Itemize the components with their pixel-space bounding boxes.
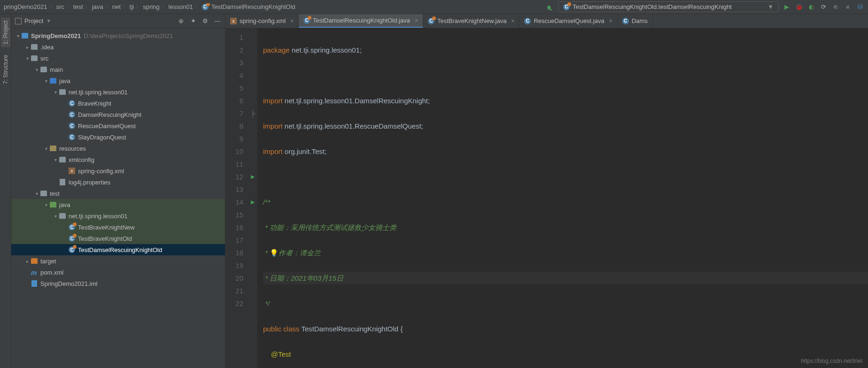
crumb[interactable]: src bbox=[56, 3, 64, 10]
class-icon: C bbox=[622, 18, 629, 24]
code-editor[interactable]: 12345678910111213141516171819202122 ╞ ▶ … bbox=[225, 28, 868, 368]
editor-tab[interactable]: CDams bbox=[618, 14, 653, 28]
editor-tabs: xspring-config.xml× CTestDamselRescuingK… bbox=[225, 14, 868, 28]
tree-testclass[interactable]: CTestBraveKnightNew bbox=[11, 222, 225, 233]
tree-test[interactable]: ▾test bbox=[11, 188, 225, 199]
close-icon[interactable]: × bbox=[290, 18, 294, 24]
tree-iml[interactable]: SpringDemo2021.iml bbox=[11, 278, 225, 289]
tree-testclass-selected[interactable]: CTestDamselRescuingKnightOld bbox=[11, 244, 225, 255]
class-icon: C bbox=[303, 17, 310, 24]
tree-log4j[interactable]: log4j.properties bbox=[11, 176, 225, 188]
build-icon[interactable] bbox=[546, 3, 554, 11]
top-bar: pringDemo2021〉 src〉 test〉 java〉 net〉 tji… bbox=[0, 0, 868, 14]
tree-class[interactable]: CSlayDragonQuest bbox=[11, 131, 225, 143]
close-icon[interactable]: × bbox=[511, 18, 514, 24]
class-icon: C bbox=[428, 18, 434, 24]
class-icon: C bbox=[202, 4, 209, 10]
crumb[interactable]: net bbox=[112, 3, 121, 10]
project-tool-tab[interactable]: 1: Project bbox=[1, 18, 10, 47]
editor-tab[interactable]: xspring-config.xml× bbox=[225, 14, 299, 28]
structure-tool-tab[interactable]: 7: Structure bbox=[1, 52, 10, 87]
code-content[interactable]: package net.tji.spring.lesson01; import … bbox=[257, 28, 868, 368]
run-config-label: TestDamselRescuingKnightOld.testDamselRe… bbox=[573, 3, 732, 10]
vcs-icon[interactable]: ⛁ bbox=[856, 3, 864, 11]
tree-src[interactable]: ▾src bbox=[11, 53, 225, 64]
editor-tab[interactable]: CRescueDamselQuest.java× bbox=[519, 14, 617, 28]
crumb[interactable]: pringDemo2021 bbox=[4, 3, 47, 10]
tool-window-stripe: 1: Project 7: Structure bbox=[0, 14, 11, 368]
profile-icon[interactable]: ⟳ bbox=[819, 3, 828, 11]
tree-idea[interactable]: ▸.idea bbox=[11, 41, 225, 53]
crumb[interactable]: lesson01 bbox=[169, 3, 193, 10]
tree-main[interactable]: ▾main bbox=[11, 64, 225, 75]
tree-pkg-main[interactable]: ▾net.tjl.spring.lesson01 bbox=[11, 86, 225, 98]
crumb[interactable]: java bbox=[92, 3, 103, 10]
crumb[interactable]: TestDamselRescuingKnightOld bbox=[211, 3, 295, 10]
line-numbers: 12345678910111213141516171819202122 bbox=[225, 28, 248, 368]
tree-root[interactable]: ▾SpringDemo2021D:\deaProjects\SpringDemo… bbox=[11, 30, 225, 41]
run-config-selector[interactable]: C TestDamselRescuingKnightOld.testDamsel… bbox=[558, 1, 779, 12]
bulb-icon[interactable]: 💡 bbox=[270, 249, 279, 257]
editor-tab[interactable]: CTestBraveKnightNew.java× bbox=[423, 14, 519, 28]
tree-xmlconfig[interactable]: ▾xmlconfig bbox=[11, 154, 225, 165]
tree-class[interactable]: CBraveKnight bbox=[11, 98, 225, 109]
editor-gutter: ╞ ▶ ▶ bbox=[248, 28, 257, 368]
crumb[interactable]: tji bbox=[130, 3, 134, 10]
chevron-down-icon: ▼ bbox=[767, 3, 774, 10]
tree-target[interactable]: ▸target bbox=[11, 255, 225, 267]
project-panel: Project ▼ ⊕ ✦ ⚙ — ▾SpringDemo2021D:\deaP… bbox=[11, 14, 225, 368]
run-config-icon: C bbox=[563, 4, 570, 10]
class-icon: C bbox=[524, 18, 531, 24]
close-icon[interactable]: × bbox=[415, 17, 418, 24]
project-panel-title[interactable]: Project ▼ bbox=[15, 17, 177, 24]
run-gutter-icon[interactable]: ▶ bbox=[251, 199, 255, 205]
run-gutter-icon[interactable]: ▶ bbox=[251, 174, 255, 180]
crumb[interactable]: test bbox=[73, 3, 83, 10]
xml-icon: x bbox=[230, 18, 237, 24]
tree-resources[interactable]: ▾resources bbox=[11, 143, 225, 154]
select-opened-icon[interactable]: ⊕ bbox=[177, 17, 185, 25]
coverage-icon[interactable]: ◐ bbox=[807, 3, 815, 11]
tree-springxml[interactable]: xspring-config.xml bbox=[11, 165, 225, 176]
run-icon[interactable]: ▶ bbox=[783, 3, 791, 11]
crumb[interactable]: spring bbox=[143, 3, 159, 10]
settings-icon[interactable]: ⚙ bbox=[202, 17, 209, 25]
stop-icon[interactable]: ■ bbox=[844, 3, 852, 11]
project-tree: ▾SpringDemo2021D:\deaProjects\SpringDemo… bbox=[11, 28, 225, 368]
debug-icon[interactable]: 🐞 bbox=[795, 3, 803, 11]
tree-testclass[interactable]: CTestBraveKnightOld bbox=[11, 233, 225, 244]
attach-icon[interactable]: ⎋ bbox=[831, 3, 840, 11]
tree-class[interactable]: CRescueDamselQuest bbox=[11, 120, 225, 131]
editor-tab-active[interactable]: CTestDamselRescuingKnightOld.java× bbox=[299, 14, 423, 28]
tree-pom[interactable]: mpom.xml bbox=[11, 267, 225, 278]
expand-icon[interactable]: ✦ bbox=[189, 17, 197, 25]
top-actions: C TestDamselRescuingKnightOld.testDamsel… bbox=[542, 1, 864, 12]
tree-class[interactable]: CDamselRescuingKnight bbox=[11, 109, 225, 120]
tree-java-main[interactable]: ▾java bbox=[11, 75, 225, 86]
breadcrumbs: pringDemo2021〉 src〉 test〉 java〉 net〉 tji… bbox=[4, 3, 542, 10]
tree-java-test[interactable]: ▾java bbox=[11, 199, 225, 210]
editor-area: xspring-config.xml× CTestDamselRescuingK… bbox=[225, 14, 868, 368]
watermark: https://blog.csdn.net/triet bbox=[801, 358, 862, 364]
hide-icon[interactable]: — bbox=[214, 17, 221, 25]
close-icon[interactable]: × bbox=[609, 18, 612, 24]
tree-pkg-test[interactable]: ▾net.tji.spring.lesson01 bbox=[11, 210, 225, 222]
